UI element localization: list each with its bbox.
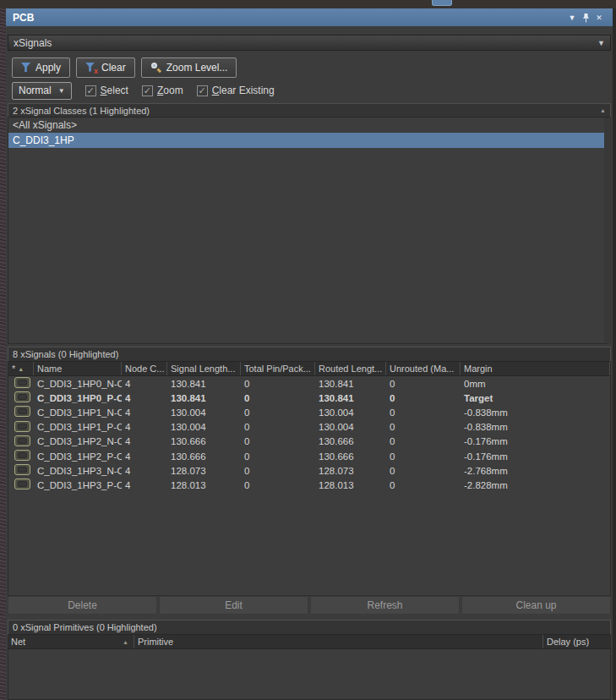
table-row[interactable]: C_DDI3_1HP2_N-C_D 4 130.666 0 130.666 0 … bbox=[8, 435, 610, 449]
funnel-icon bbox=[21, 63, 30, 72]
xsignals-table-header: * ▲ Name Node C... Signal Length... Tota… bbox=[8, 362, 610, 376]
all-xsignals-label: <All xSignals> bbox=[13, 119, 77, 131]
panel-menu-chevron-down-icon[interactable]: ▼ bbox=[565, 14, 579, 22]
select-checkbox-item[interactable]: ✓ Select bbox=[85, 85, 128, 96]
zoom-checkbox-item[interactable]: ✓ Zoom bbox=[142, 85, 183, 96]
clear-existing-label: Clear Existing bbox=[212, 85, 275, 96]
table-row-target[interactable]: C_DDI3_1HP0_P-C_D 4 130.841 0 130.841 0 … bbox=[8, 391, 610, 405]
xsignal-classes-list: <All xSignals> C_DDI3_1HP bbox=[8, 118, 611, 344]
xsignals-actions: Delete Edit Refresh Clean up bbox=[8, 596, 611, 615]
column-header-delay[interactable]: Delay (ps) bbox=[543, 635, 611, 648]
checkbox-checked-icon[interactable]: ✓ bbox=[197, 85, 208, 96]
xsignal-icon bbox=[14, 421, 30, 432]
classes-section-title: 2 xSignal Classes (1 Highlighted) bbox=[13, 106, 600, 116]
primitives-table-header: Net ▲ Primitive Delay (ps) bbox=[8, 635, 611, 649]
primitives-list-empty bbox=[8, 649, 611, 700]
panel-mode-value: xSignals bbox=[14, 37, 597, 49]
xsignal-icon bbox=[14, 406, 30, 417]
clear-label: Clear bbox=[101, 62, 126, 74]
primitives-section-header[interactable]: 0 xSignal Primitives (0 Highlighted) bbox=[8, 620, 611, 635]
pin-icon[interactable] bbox=[579, 13, 592, 23]
collapse-icon[interactable]: ▲ bbox=[600, 107, 606, 113]
column-header-primitive[interactable]: Primitive bbox=[134, 635, 543, 648]
checkbox-checked-icon[interactable]: ✓ bbox=[142, 85, 153, 96]
column-header-net[interactable]: Net ▲ bbox=[8, 635, 134, 648]
table-row[interactable]: C_DDI3_1HP1_N-C_D 4 130.004 0 130.004 0 … bbox=[8, 405, 610, 419]
apply-button[interactable]: Apply bbox=[12, 57, 70, 78]
sort-asc-icon: ▲ bbox=[18, 366, 24, 372]
zoom-label: Zoom bbox=[157, 85, 183, 96]
clear-existing-checkbox-item[interactable]: ✓ Clear Existing bbox=[197, 85, 275, 96]
column-header-total-pin[interactable]: Total Pin/Pack... bbox=[241, 362, 315, 375]
sort-column-header[interactable]: * ▲ bbox=[8, 362, 34, 375]
list-item[interactable]: <All xSignals> bbox=[8, 118, 604, 133]
close-icon[interactable]: ✕ bbox=[592, 14, 606, 22]
xsignal-icon bbox=[14, 391, 30, 402]
column-header-unrouted[interactable]: Unrouted (Ma... bbox=[386, 362, 461, 375]
xsignal-icon bbox=[14, 377, 30, 388]
refresh-button[interactable]: Refresh bbox=[310, 596, 460, 615]
funnel-clear-icon: x bbox=[85, 63, 96, 73]
table-row[interactable]: C_DDI3_1HP2_P-C_D 4 130.666 0 130.666 0 … bbox=[8, 449, 610, 463]
list-item-selected[interactable]: C_DDI3_1HP bbox=[8, 133, 604, 148]
apply-label: Apply bbox=[35, 62, 61, 74]
column-header-routed[interactable]: Routed Lengt... bbox=[315, 362, 386, 375]
clear-button[interactable]: x Clear bbox=[76, 57, 135, 78]
magnifier-icon bbox=[150, 62, 161, 73]
xsignal-icon bbox=[14, 479, 30, 489]
xsignals-section-header[interactable]: 8 xSignals (0 Highlighted) bbox=[8, 347, 611, 362]
sort-asc-icon: ▲ bbox=[123, 639, 128, 645]
edit-button[interactable]: Edit bbox=[159, 596, 308, 615]
delete-button[interactable]: Delete bbox=[8, 596, 157, 615]
filter-toolbar: Apply x Clear Zoom Level... bbox=[8, 57, 611, 78]
clean-up-button[interactable]: Clean up bbox=[461, 596, 611, 615]
xsignal-icon bbox=[14, 464, 30, 475]
chevron-down-icon: ▼ bbox=[58, 87, 65, 95]
table-row[interactable]: C_DDI3_1HP1_P-C_D 4 130.004 0 130.004 0 … bbox=[8, 420, 610, 435]
column-header-signal-length[interactable]: Signal Length... bbox=[167, 362, 241, 375]
column-header-name[interactable]: Name bbox=[34, 362, 122, 375]
zoom-level-button[interactable]: Zoom Level... bbox=[141, 57, 237, 78]
outer-top-strip bbox=[0, 0, 616, 8]
table-row[interactable]: C_DDI3_1HP3_P-C_D 4 128.013 0 128.013 0 … bbox=[8, 478, 610, 492]
xsignal-icon bbox=[14, 435, 30, 446]
primitives-section-title: 0 xSignal Primitives (0 Highlighted) bbox=[13, 622, 606, 632]
selected-class-label: C_DDI3_1HP bbox=[13, 134, 74, 146]
classes-section-header[interactable]: 2 xSignal Classes (1 Highlighted) ▲ bbox=[8, 103, 611, 118]
xsignal-icon bbox=[14, 450, 30, 461]
checkbox-checked-icon[interactable]: ✓ bbox=[85, 85, 96, 96]
panel-mode-select[interactable]: xSignals ▼ bbox=[8, 35, 611, 51]
mode-dropdown-value: Normal bbox=[19, 85, 52, 96]
pcb-panel: PCB ▼ ✕ xSignals ▼ Apply x Clear Zoom Le… bbox=[6, 8, 613, 700]
xsignals-section-title: 8 xSignals (0 Highlighted) bbox=[13, 349, 606, 359]
window-tab-fragment bbox=[432, 0, 452, 6]
options-row: Normal ▼ ✓ Select ✓ Zoom ✓ Clear Existin… bbox=[8, 81, 611, 100]
xsignals-table: * ▲ Name Node C... Signal Length... Tota… bbox=[8, 362, 611, 596]
panel-title: PCB bbox=[13, 12, 565, 24]
panel-titlebar: PCB ▼ ✕ bbox=[6, 8, 613, 26]
table-row[interactable]: C_DDI3_1HP0_N-C_D 4 130.841 0 130.841 0 … bbox=[8, 376, 610, 391]
pcb-editor-background bbox=[0, 8, 6, 700]
column-header-margin[interactable]: Margin bbox=[461, 362, 610, 375]
column-header-node-count[interactable]: Node C... bbox=[122, 362, 167, 375]
table-row[interactable]: C_DDI3_1HP3_N-C_D 4 128.073 0 128.073 0 … bbox=[8, 463, 610, 478]
mode-dropdown[interactable]: Normal ▼ bbox=[12, 82, 72, 100]
chevron-down-icon: ▼ bbox=[597, 39, 605, 47]
zoom-level-label: Zoom Level... bbox=[166, 62, 228, 74]
select-label: Select bbox=[101, 85, 128, 96]
